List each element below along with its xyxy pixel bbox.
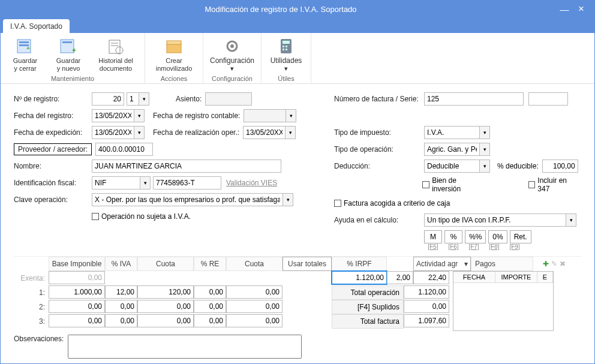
cuota2[interactable] — [137, 300, 194, 313]
cuota1b[interactable] — [226, 285, 283, 299]
grid-area: Base Imponible % IVA Cuota % RE Cuota Us… — [1, 256, 594, 359]
f6-hint: [F6] — [444, 243, 462, 250]
chevron-down-icon[interactable]: ▾ — [285, 126, 296, 139]
chevron-down-icon[interactable]: ▾ — [139, 92, 149, 106]
irpf-cuota[interactable] — [413, 271, 449, 284]
chevron-down-icon[interactable]: ▾ — [140, 176, 151, 189]
config-group-label: Configuración — [209, 74, 255, 82]
fexp-input[interactable] — [92, 126, 134, 139]
suplidos-value[interactable] — [404, 300, 449, 313]
chevron-down-icon[interactable]: ▾ — [134, 109, 145, 122]
cuota1[interactable] — [137, 285, 194, 299]
frcont-input[interactable] — [244, 109, 286, 122]
tipoimp-input[interactable] — [424, 126, 479, 139]
col-piva: % IVA — [105, 257, 137, 271]
operacion-no-sujeta-checkbox[interactable]: Operación no sujeta a I.V.A. — [92, 212, 191, 221]
calc-pct-button[interactable]: % — [444, 230, 462, 243]
chevron-down-icon[interactable]: ▾ — [283, 193, 293, 206]
irpf-pct[interactable] — [387, 271, 413, 284]
form-area: Nº de registro: ▾ Asiento: Fecha del reg… — [1, 84, 594, 256]
usar-totales-button[interactable]: Usar totales — [283, 257, 332, 271]
factura-caja-checkbox[interactable]: Factura acogida a criterio de caja — [334, 199, 450, 207]
chevron-down-icon[interactable]: ▾ — [479, 126, 490, 139]
pay-col-e: E — [537, 272, 553, 282]
edit-payment-icon[interactable]: ✎ — [551, 260, 557, 268]
create-fixed-asset-button[interactable]: Crear inmovilizado — [151, 37, 197, 73]
froper-input[interactable] — [243, 126, 285, 139]
totop-value[interactable] — [404, 285, 449, 299]
nreg-label: Nº de registro: — [14, 95, 92, 103]
ayuda-input[interactable] — [424, 213, 566, 227]
maintenance-group-label: Mantenimiento — [7, 74, 139, 82]
cuota2b[interactable] — [226, 300, 283, 313]
exenta-base[interactable] — [49, 271, 105, 284]
deduccion-input[interactable] — [424, 160, 479, 173]
idfiscal-type[interactable] — [92, 176, 140, 189]
re1[interactable] — [194, 285, 226, 299]
nreg-input[interactable] — [92, 92, 124, 106]
bien-inversion-checkbox[interactable]: Bien de inversión — [422, 176, 486, 193]
calc-m-button[interactable]: M — [424, 230, 442, 243]
claveop-input[interactable] — [92, 193, 283, 206]
tab-iva-soportado[interactable]: I.V.A. Soportado — [3, 19, 70, 33]
cuota3[interactable] — [137, 314, 194, 327]
calc-pp-button[interactable]: %% — [465, 230, 486, 243]
f9-hint: [F9] — [506, 243, 524, 250]
re3[interactable] — [194, 314, 226, 327]
history-icon — [106, 37, 125, 56]
cuota3b[interactable] — [226, 314, 283, 327]
nreg-idx-input[interactable] — [127, 92, 139, 106]
proveedor-input[interactable] — [95, 143, 153, 156]
base2[interactable] — [49, 300, 105, 313]
nombre-input[interactable] — [92, 160, 281, 173]
freg-input[interactable] — [92, 109, 134, 122]
close-button[interactable]: × — [573, 3, 590, 15]
observaciones-input[interactable] — [68, 335, 302, 359]
base3[interactable] — [49, 314, 105, 327]
chevron-down-icon[interactable]: ▾ — [479, 160, 490, 173]
history-button[interactable]: Historial del documento — [93, 37, 139, 73]
actions-group-label: Acciones — [151, 74, 197, 82]
base1[interactable] — [49, 285, 105, 299]
totfac-value[interactable] — [404, 314, 449, 327]
vies-link[interactable]: Validación VIES — [226, 179, 277, 187]
exenta-label: Exenta: — [14, 271, 49, 285]
svg-text:+: + — [72, 46, 76, 55]
calc-ret-button[interactable]: Ret. — [510, 230, 531, 243]
nombre-label: Nombre: — [14, 162, 92, 170]
nfactura-input[interactable] — [424, 92, 524, 106]
proveedor-label[interactable]: Proveedor / acreedor: — [14, 143, 92, 155]
deduccion-label: Deducción: — [334, 162, 424, 170]
calc-0-button[interactable]: 0% — [488, 230, 507, 243]
tipoop-input[interactable] — [424, 143, 479, 156]
tipoimp-label: Tipo de impuesto: — [334, 128, 424, 137]
fexp-label: Fecha de expedición: — [14, 128, 92, 137]
iva1[interactable] — [105, 285, 137, 299]
iva3[interactable] — [105, 314, 137, 327]
svg-rect-16 — [283, 46, 284, 47]
suplidos-label[interactable]: [F4] Suplidos — [332, 300, 404, 314]
svg-rect-19 — [286, 49, 287, 50]
col-pagos: Pagos — [471, 257, 533, 271]
serie-input[interactable] — [528, 92, 568, 106]
add-payment-icon[interactable]: ✚ — [543, 260, 549, 268]
incluir-347-checkbox[interactable]: Incluir en 347 — [528, 176, 581, 193]
minimize-button[interactable]: — — [556, 4, 573, 14]
chevron-down-icon[interactable]: ▾ — [286, 109, 296, 122]
asiento-input[interactable] — [205, 92, 252, 106]
row1-label: 1: — [14, 285, 49, 300]
idfiscal-number[interactable] — [153, 176, 221, 189]
pctded-input[interactable] — [542, 160, 578, 173]
claveop-label: Clave operación: — [14, 195, 92, 204]
chevron-down-icon[interactable]: ▾ — [566, 213, 576, 227]
chevron-down-icon[interactable]: ▾ — [134, 126, 145, 139]
svg-rect-2 — [19, 44, 29, 46]
irpf-base[interactable] — [332, 271, 387, 284]
chevron-down-icon[interactable]: ▾ — [479, 143, 490, 156]
delete-payment-icon[interactable]: ✖ — [560, 260, 566, 268]
actividad-button[interactable]: Actividad agr▾ — [413, 257, 471, 271]
iva2[interactable] — [105, 300, 137, 313]
re2[interactable] — [194, 300, 226, 313]
utils-button[interactable]: Utilidades▾ — [268, 37, 305, 73]
nfactura-label: Número de factura / Serie: — [334, 95, 424, 103]
